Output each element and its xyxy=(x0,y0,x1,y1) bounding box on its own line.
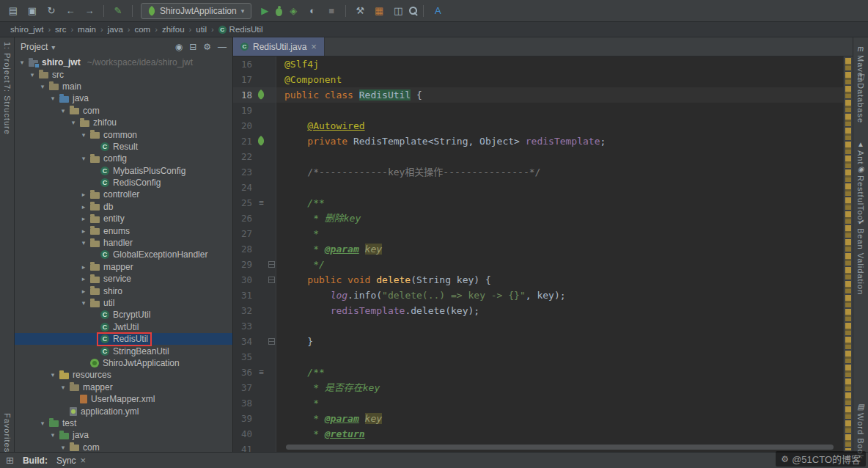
doc-toggle-icon[interactable]: ≡ xyxy=(256,195,267,211)
tree-item-com[interactable]: ▾com xyxy=(15,105,232,117)
code-line-27[interactable]: 27 * xyxy=(233,226,853,241)
tree-toggle[interactable]: ▾ xyxy=(79,299,88,307)
code-line-22[interactable]: 22 xyxy=(233,149,853,164)
close-icon[interactable] xyxy=(311,41,317,52)
cleanup-brush-icon[interactable]: ✎ xyxy=(109,2,127,20)
tree-item-test[interactable]: ▾test xyxy=(15,417,232,429)
line-number[interactable]: 35 xyxy=(233,349,256,365)
tree-item-common[interactable]: ▾common xyxy=(15,128,232,140)
tool-button-restfultool[interactable]: ◉RestfulTool xyxy=(853,165,868,223)
project-panel-title[interactable]: Project xyxy=(21,42,48,52)
code-line-31[interactable]: 31 log.info("delete(..) => key -> {}", k… xyxy=(233,288,853,303)
tree-item-shiro[interactable]: ▸shiro xyxy=(15,285,232,296)
line-number[interactable]: 24 xyxy=(233,180,256,195)
tree-toggle[interactable]: ▾ xyxy=(79,131,88,139)
tree-item-mapper[interactable]: ▸mapper xyxy=(15,261,232,273)
hide-panel-icon[interactable]: — xyxy=(218,42,227,52)
editor-tab-redisutil[interactable]: RedisUtil.java xyxy=(233,37,325,56)
tree-item-shiro-jwt[interactable]: ▾shiro_jwt~/workspace/idea/shiro_jwt xyxy=(15,56,232,68)
code-line-40[interactable]: 40 * @return xyxy=(233,426,853,442)
tree-toggle[interactable]: ▾ xyxy=(59,107,67,114)
tree-toggle[interactable]: ▸ xyxy=(79,288,88,295)
tree-item-jwtutil[interactable]: JwtUtil xyxy=(15,321,232,333)
locate-file-icon[interactable]: ◉ xyxy=(175,42,183,52)
code-line-33[interactable]: 33 xyxy=(233,318,853,334)
code-line-35[interactable]: 35 xyxy=(233,349,853,365)
sync-tab[interactable]: Sync xyxy=(56,455,86,466)
tree-item-handler[interactable]: ▾handler xyxy=(15,237,232,249)
line-number[interactable]: 33 xyxy=(233,318,256,334)
tree-item-stringbeanutil[interactable]: StringBeanUtil xyxy=(15,345,232,357)
tree-toggle[interactable]: ▾ xyxy=(48,371,57,379)
line-number[interactable]: 27 xyxy=(233,226,256,241)
line-number[interactable]: 29 xyxy=(233,257,256,272)
tree-item-redisutil[interactable]: RedisUtil xyxy=(15,333,232,345)
tool-button-favorites[interactable]: Favorites xyxy=(0,413,14,453)
coverage-icon[interactable]: ◈ xyxy=(284,2,302,20)
code-line-19[interactable]: 19 xyxy=(233,103,853,118)
line-number[interactable]: 36 xyxy=(233,365,256,380)
code-line-36[interactable]: 36≡ /** xyxy=(233,365,853,380)
settings-icon[interactable]: ⚙ xyxy=(203,42,211,52)
code-line-30[interactable]: 30 public void delete(String key) { xyxy=(233,272,853,288)
line-number[interactable]: 32 xyxy=(233,303,256,318)
line-number[interactable]: 28 xyxy=(233,241,256,257)
run-icon[interactable]: ▶ xyxy=(256,2,273,20)
code-line-37[interactable]: 37 * 是否存在key xyxy=(233,380,853,395)
breadcrumb-item-zhifou[interactable]: zhifou xyxy=(159,25,188,34)
code-line-29[interactable]: 29 */ xyxy=(233,257,853,272)
tree-item-java[interactable]: ▾java xyxy=(15,429,232,441)
line-number[interactable]: 40 xyxy=(233,426,256,442)
breadcrumb-item-main[interactable]: main xyxy=(75,25,99,34)
spring-bean-gutter-icon[interactable] xyxy=(256,87,267,103)
tree-item-result[interactable]: Result xyxy=(15,141,232,153)
tree-toggle[interactable]: ▾ xyxy=(59,444,67,451)
tree-toggle[interactable]: ▾ xyxy=(69,119,78,126)
tool-button-7-structure[interactable]: 7: Structure xyxy=(0,84,14,135)
save-all-icon[interactable]: ▣ xyxy=(23,2,41,20)
tree-toggle[interactable]: ▸ xyxy=(79,227,88,235)
tree-item-usermapper-xml[interactable]: UserMapper.xml xyxy=(15,393,232,405)
chevron-down-icon[interactable] xyxy=(48,42,55,52)
doc-toggle-icon[interactable]: ≡ xyxy=(256,365,267,380)
tree-toggle[interactable]: ▾ xyxy=(38,83,47,90)
tree-item-redisconfig[interactable]: RedisConfig xyxy=(15,177,232,189)
toolwindow-switcher-icon[interactable]: ⊞ xyxy=(6,455,14,466)
tree-item-src[interactable]: ▾src xyxy=(15,68,232,80)
breadcrumb-item-shiro-jwt[interactable]: shiro_jwt xyxy=(7,25,46,34)
tree-toggle[interactable]: ▾ xyxy=(18,59,26,66)
line-number[interactable]: 26 xyxy=(233,211,256,226)
translate-icon[interactable]: A xyxy=(429,2,446,20)
tree-item-entity[interactable]: ▸entity xyxy=(15,213,232,224)
breadcrumb-item-java[interactable]: java xyxy=(105,25,126,34)
tool-button-bean-validation[interactable]: ✔Bean Validation xyxy=(853,218,868,295)
tree-item-globalexceptionhandler[interactable]: GlobalExceptionHandler xyxy=(15,249,232,260)
tree-item-mybatisplusconfig[interactable]: MybatisPlusConfig xyxy=(15,165,232,177)
breadcrumb-item-src[interactable]: src xyxy=(52,25,69,34)
tree-toggle[interactable]: ▾ xyxy=(79,155,88,162)
line-number[interactable]: 34 xyxy=(233,334,256,349)
tree-item-com[interactable]: ▾com xyxy=(15,442,232,453)
tree-toggle[interactable]: ▸ xyxy=(79,203,88,211)
tool-button-database[interactable]: ◫Database xyxy=(853,73,868,123)
run-config-selector[interactable]: ShiroJwtApplication▾ xyxy=(141,3,251,19)
line-number[interactable]: 18 xyxy=(233,87,256,103)
tree-item-application-yml[interactable]: application.yml xyxy=(15,405,232,417)
line-number[interactable]: 17 xyxy=(233,72,256,87)
code-line-39[interactable]: 39 * @param key xyxy=(233,411,853,426)
tree-item-mapper[interactable]: ▾mapper xyxy=(15,381,232,393)
tree-item-zhifou[interactable]: ▾zhifou xyxy=(15,117,232,128)
code-line-26[interactable]: 26 * 删除key xyxy=(233,211,853,226)
tree-toggle[interactable]: ▾ xyxy=(48,431,57,439)
tool-button-1-project[interactable]: 1: Project xyxy=(0,42,14,83)
tree-item-db[interactable]: ▸db xyxy=(15,201,232,213)
code-line-16[interactable]: 16@Slf4j xyxy=(233,56,853,72)
horizontal-scrollbar[interactable] xyxy=(286,445,834,450)
line-number[interactable]: 25 xyxy=(233,195,256,211)
breadcrumb-item-com[interactable]: com xyxy=(131,25,153,34)
debug-icon[interactable] xyxy=(275,6,283,16)
line-number[interactable]: 23 xyxy=(233,164,256,180)
open-project-icon[interactable]: ▤ xyxy=(4,2,22,20)
tree-item-config[interactable]: ▾config xyxy=(15,153,232,164)
layout-icon[interactable]: ◫ xyxy=(389,2,407,20)
